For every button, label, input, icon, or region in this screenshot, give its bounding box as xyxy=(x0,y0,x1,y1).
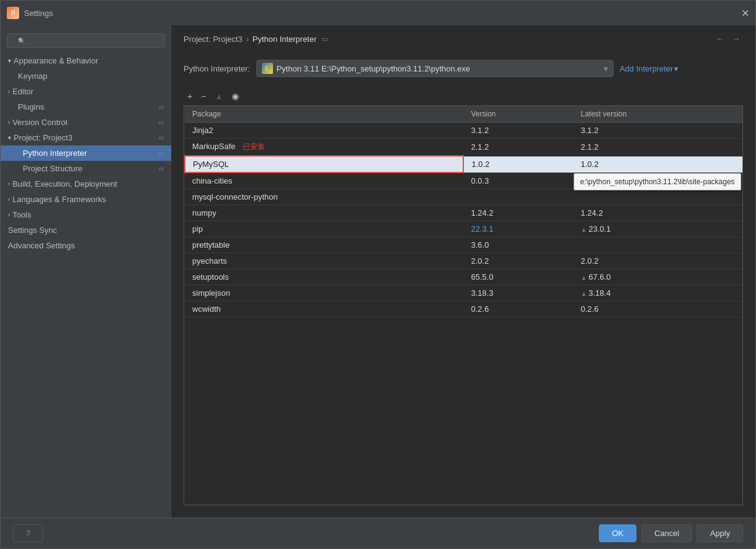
pkg-version: 22.3.1 xyxy=(463,221,573,237)
pkg-version: 0.2.6 xyxy=(463,301,573,317)
sidebar-item-editor[interactable]: › Editor xyxy=(1,84,171,99)
settings-window: P Settings ✕ ▾ Appearance & Behavior xyxy=(0,0,756,549)
pkg-name: wcwidth xyxy=(185,301,463,317)
table-row[interactable]: china-cities 0.0.3 0.0.3 e:\python_setup… xyxy=(185,173,742,189)
table-row[interactable]: prettytable 3.6.0 xyxy=(185,237,742,253)
nav-forward-button[interactable]: → xyxy=(730,33,743,45)
sidebar-item-label: Keymap xyxy=(18,71,47,81)
pkg-latest: ▲ 23.0.1 xyxy=(574,221,743,237)
table-row[interactable]: PyMySQL 1.0.2 1.0.2 xyxy=(185,156,742,173)
sidebar-item-label: Advanced Settings xyxy=(8,241,75,250)
sidebar-item-label: Build, Execution, Deployment xyxy=(12,179,117,189)
pkg-latest: 0.0.3 e:\python_setup\python3.11.2\lib\s… xyxy=(574,173,743,189)
dialog-content: ▾ Appearance & Behavior Keymap › Editor … xyxy=(1,25,755,518)
table-row[interactable]: pyecharts 2.0.2 2.0.2 xyxy=(185,253,742,269)
interpreter-select[interactable]: 🐍 Python 3.11 E:\Python_setup\python3.11… xyxy=(256,60,614,77)
sidebar-item-label: Languages & Frameworks xyxy=(12,195,106,204)
pkg-latest: ▲ 3.18.4 xyxy=(574,285,743,301)
breadcrumb-sep: › xyxy=(246,35,248,44)
table-row[interactable]: MarkupSafe 已安装 2.1.2 2.1.2 xyxy=(185,139,742,157)
app-logo: P xyxy=(7,7,19,19)
ok-button[interactable]: OK xyxy=(599,524,636,542)
edit-icon[interactable]: ▭ xyxy=(322,35,328,43)
sidebar-badge: ▭ xyxy=(158,119,164,126)
sidebar-item-label: Editor xyxy=(12,87,33,96)
pkg-version: 1.24.2 xyxy=(463,205,573,221)
pkg-name: simplejson xyxy=(185,285,463,301)
package-toolbar: + − ▲ ◉ xyxy=(171,84,755,105)
sidebar-item-languages[interactable]: › Languages & Frameworks xyxy=(1,192,171,207)
python-icon: 🐍 xyxy=(262,63,273,74)
interpreter-value: Python 3.11 E:\Python_setup\python3.11.2… xyxy=(277,64,600,73)
main-content: Project: Project3 › Python Interpreter ▭… xyxy=(171,25,755,518)
apply-button[interactable]: Apply xyxy=(697,524,743,542)
sidebar-item-keymap[interactable]: Keymap xyxy=(1,68,171,84)
sidebar-item-label: Project Structure xyxy=(23,164,83,173)
sidebar-item-project[interactable]: ▾ Project: Project3 ▭ xyxy=(1,130,171,145)
table-header-row: Package Version Latest version xyxy=(185,106,742,123)
search-input[interactable] xyxy=(7,33,165,48)
pkg-name: numpy xyxy=(185,205,463,221)
pkg-name: Jinja2 xyxy=(185,123,463,139)
nav-back-button[interactable]: ← xyxy=(713,33,727,45)
sidebar-item-tools[interactable]: › Tools xyxy=(1,207,171,222)
dialog: ▾ Appearance & Behavior Keymap › Editor … xyxy=(1,25,755,548)
table-row[interactable]: numpy 1.24.2 1.24.2 xyxy=(185,205,742,221)
close-button[interactable]: ✕ xyxy=(741,7,749,19)
add-interpreter-button[interactable]: Add Interpreter ▾ xyxy=(620,64,679,73)
sidebar-item-advanced-settings[interactable]: Advanced Settings xyxy=(1,238,171,253)
table-row[interactable]: mysql-connector-python xyxy=(185,189,742,205)
pkg-version: 3.18.3 xyxy=(463,285,573,301)
sidebar-item-python-interpreter[interactable]: Python Interpreter ▭ xyxy=(1,145,171,161)
table-row[interactable]: pip 22.3.1 ▲ 23.0.1 xyxy=(185,221,742,237)
package-table-container: Package Version Latest version Jinja2 3.… xyxy=(184,105,743,505)
sidebar-badge: ▭ xyxy=(158,104,164,110)
table-row[interactable]: setuptools 65.5.0 ▲ 67.6.0 xyxy=(185,269,742,285)
help-button[interactable]: ? xyxy=(13,524,43,542)
pkg-name: mysql-connector-python xyxy=(185,189,463,205)
eye-button[interactable]: ◉ xyxy=(228,89,243,103)
add-package-button[interactable]: + xyxy=(184,89,196,103)
col-version: Version xyxy=(463,106,573,123)
interpreter-label: Python Interpreter: xyxy=(184,64,250,73)
pkg-version: 2.0.2 xyxy=(463,253,573,269)
search-wrapper xyxy=(7,33,165,48)
breadcrumb: Project: Project3 › Python Interpreter ▭… xyxy=(171,25,755,52)
breadcrumb-current: Python Interpreter xyxy=(253,35,317,44)
pkg-version xyxy=(463,189,573,205)
sidebar-item-label: Tools xyxy=(12,210,31,219)
breadcrumb-project[interactable]: Project: Project3 xyxy=(184,35,242,44)
pkg-version: 1.0.2 xyxy=(463,156,573,173)
sidebar-item-settings-sync[interactable]: Settings Sync xyxy=(1,222,171,238)
nav-arrows: ← → xyxy=(713,33,743,45)
pkg-name: pyecharts xyxy=(185,253,463,269)
package-table: Package Version Latest version Jinja2 3.… xyxy=(184,106,742,317)
add-interpreter-label: Add Interpreter xyxy=(620,64,673,73)
sidebar-item-version-control[interactable]: › Version Control ▭ xyxy=(1,115,171,130)
add-interpreter-arrow: ▾ xyxy=(674,64,678,73)
cancel-button[interactable]: Cancel xyxy=(641,524,692,542)
expand-icon: › xyxy=(8,181,10,187)
sidebar-item-plugins[interactable]: Plugins ▭ xyxy=(1,99,171,115)
pkg-version: 65.5.0 xyxy=(463,269,573,285)
table-row[interactable]: wcwidth 0.2.6 0.2.6 xyxy=(185,301,742,317)
table-row[interactable]: Jinja2 3.1.2 3.1.2 xyxy=(185,123,742,139)
pkg-name: MarkupSafe 已安装 xyxy=(185,139,463,157)
dropdown-arrow-icon: ▾ xyxy=(604,64,608,73)
pkg-latest xyxy=(574,237,743,253)
upgrade-arrow-icon: ▲ xyxy=(581,226,589,233)
pkg-name: pip xyxy=(185,221,463,237)
sidebar-item-build[interactable]: › Build, Execution, Deployment xyxy=(1,176,171,192)
sidebar-item-appearance[interactable]: ▾ Appearance & Behavior xyxy=(1,53,171,68)
up-button[interactable]: ▲ xyxy=(211,89,227,103)
expand-icon: › xyxy=(8,88,10,95)
sidebar-item-project-structure[interactable]: Project Structure ▭ xyxy=(1,161,171,176)
pkg-latest: 0.2.6 xyxy=(574,301,743,317)
pkg-name: PyMySQL xyxy=(185,156,463,173)
remove-package-button[interactable]: − xyxy=(197,89,209,103)
search-box xyxy=(1,28,171,53)
pkg-name: prettytable xyxy=(185,237,463,253)
table-row[interactable]: simplejson 3.18.3 ▲ 3.18.4 xyxy=(185,285,742,301)
titlebar: P Settings ✕ xyxy=(1,1,755,25)
pkg-version: 2.1.2 xyxy=(463,139,573,157)
